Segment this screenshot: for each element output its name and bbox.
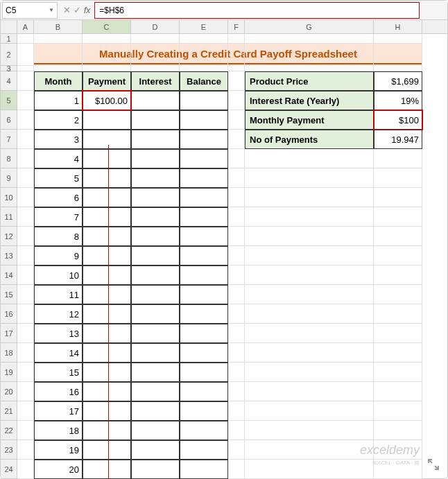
cell[interactable]	[131, 34, 180, 44]
cell[interactable]	[131, 149, 180, 168]
cell[interactable]	[83, 110, 131, 130]
cell[interactable]	[245, 66, 374, 71]
row-header[interactable]: 17	[1, 324, 17, 343]
cell[interactable]	[180, 91, 228, 110]
cell[interactable]	[17, 188, 34, 207]
cell[interactable]	[228, 110, 245, 130]
month-cell[interactable]: 14	[34, 343, 83, 363]
cell[interactable]	[180, 382, 228, 401]
cell[interactable]	[374, 401, 422, 421]
month-cell[interactable]: 2	[34, 110, 83, 130]
side-label[interactable]: No of Payments	[245, 130, 374, 149]
month-cell[interactable]: 8	[34, 227, 83, 246]
cell[interactable]	[131, 401, 180, 421]
cell[interactable]	[245, 304, 374, 324]
cell[interactable]	[374, 168, 422, 188]
cell[interactable]	[180, 44, 228, 66]
cell[interactable]	[374, 421, 422, 440]
cell[interactable]	[131, 188, 180, 207]
cell[interactable]	[374, 44, 422, 66]
cell[interactable]	[17, 440, 34, 460]
cell[interactable]	[17, 382, 34, 401]
cell[interactable]	[131, 91, 180, 110]
cell[interactable]	[131, 246, 180, 265]
cell[interactable]	[374, 285, 422, 304]
cell[interactable]	[83, 265, 131, 285]
expand-icon[interactable]	[427, 458, 440, 471]
row-header[interactable]: 23	[1, 440, 17, 460]
cell[interactable]	[228, 363, 245, 382]
cell[interactable]	[180, 130, 228, 149]
side-label[interactable]: Monthly Payment	[245, 110, 374, 130]
cell[interactable]	[180, 343, 228, 363]
cell[interactable]	[83, 285, 131, 304]
cell[interactable]	[131, 304, 180, 324]
cell[interactable]	[245, 207, 374, 227]
cancel-icon[interactable]: ✕	[63, 5, 71, 15]
cell[interactable]	[374, 149, 422, 168]
cell[interactable]	[83, 460, 131, 479]
row-header[interactable]: 9	[1, 168, 17, 188]
cell[interactable]	[228, 227, 245, 246]
cell[interactable]	[180, 188, 228, 207]
cell[interactable]	[180, 285, 228, 304]
cell[interactable]	[228, 246, 245, 265]
row-header[interactable]: 7	[1, 130, 17, 149]
cell[interactable]	[245, 246, 374, 265]
cell[interactable]	[17, 168, 34, 188]
cell[interactable]	[17, 304, 34, 324]
row-header[interactable]: 24	[1, 460, 17, 479]
col-header-h[interactable]: H	[374, 20, 422, 33]
cell[interactable]	[131, 130, 180, 149]
cell[interactable]	[228, 382, 245, 401]
cell[interactable]	[245, 44, 374, 66]
col-header-c[interactable]: C	[83, 20, 131, 33]
cell[interactable]	[83, 227, 131, 246]
cell[interactable]	[17, 110, 34, 130]
col-header-a[interactable]: A	[17, 20, 34, 33]
cell[interactable]	[17, 91, 34, 110]
month-cell[interactable]: 15	[34, 363, 83, 382]
cell[interactable]	[228, 440, 245, 460]
cell[interactable]	[374, 188, 422, 207]
cell[interactable]	[17, 460, 34, 479]
col-header-b[interactable]: B	[34, 20, 83, 33]
cell[interactable]	[245, 34, 374, 44]
row-header[interactable]: 2	[1, 44, 17, 66]
cell[interactable]	[131, 168, 180, 188]
accept-icon[interactable]: ✓	[74, 5, 81, 15]
cell[interactable]	[228, 149, 245, 168]
row-header[interactable]: 14	[1, 265, 17, 285]
chevron-down-icon[interactable]: ▼	[49, 7, 54, 13]
cell[interactable]	[180, 460, 228, 479]
cell[interactable]	[245, 324, 374, 343]
cell[interactable]	[245, 343, 374, 363]
cell[interactable]	[245, 149, 374, 168]
cell[interactable]	[131, 207, 180, 227]
cell[interactable]	[131, 421, 180, 440]
cell[interactable]	[17, 130, 34, 149]
cell[interactable]	[245, 363, 374, 382]
month-cell[interactable]: 6	[34, 188, 83, 207]
cell[interactable]	[228, 421, 245, 440]
month-cell[interactable]: 11	[34, 285, 83, 304]
select-all-corner[interactable]	[1, 20, 17, 33]
cell[interactable]	[228, 343, 245, 363]
cell[interactable]	[245, 421, 374, 440]
formula-input[interactable]: =$H$6	[94, 2, 420, 19]
cell[interactable]	[17, 34, 34, 44]
month-cell[interactable]: 19	[34, 440, 83, 460]
cell[interactable]	[180, 265, 228, 285]
cell[interactable]	[17, 44, 34, 66]
cell[interactable]	[228, 130, 245, 149]
cell[interactable]	[83, 66, 131, 71]
row-header[interactable]: 13	[1, 246, 17, 265]
row-header[interactable]: 15	[1, 285, 17, 304]
cell[interactable]	[180, 207, 228, 227]
col-header-f[interactable]: F	[228, 20, 245, 33]
cell[interactable]	[374, 227, 422, 246]
cell[interactable]	[17, 265, 34, 285]
cell[interactable]	[374, 66, 422, 71]
cell[interactable]	[180, 66, 228, 71]
cell[interactable]	[374, 382, 422, 401]
